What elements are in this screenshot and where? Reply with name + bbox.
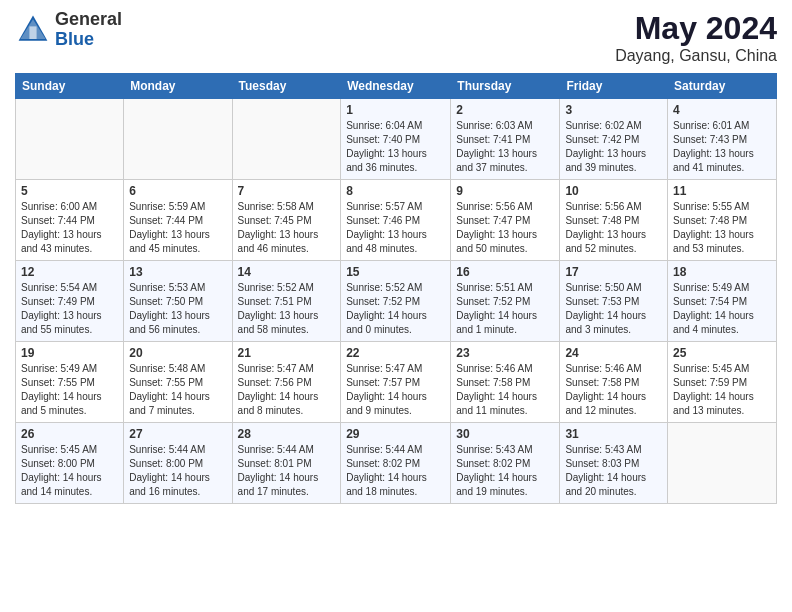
col-tuesday: Tuesday — [232, 74, 341, 99]
calendar-cell: 5Sunrise: 6:00 AM Sunset: 7:44 PM Daylig… — [16, 180, 124, 261]
calendar-cell: 17Sunrise: 5:50 AM Sunset: 7:53 PM Dayli… — [560, 261, 668, 342]
day-number: 23 — [456, 346, 554, 360]
page: General Blue May 2024 Dayang, Gansu, Chi… — [0, 0, 792, 514]
day-number: 21 — [238, 346, 336, 360]
day-number: 9 — [456, 184, 554, 198]
day-number: 29 — [346, 427, 445, 441]
week-row-1: 1Sunrise: 6:04 AM Sunset: 7:40 PM Daylig… — [16, 99, 777, 180]
cell-info: Sunrise: 5:46 AM Sunset: 7:58 PM Dayligh… — [565, 362, 662, 418]
day-number: 20 — [129, 346, 226, 360]
cell-info: Sunrise: 5:44 AM Sunset: 8:01 PM Dayligh… — [238, 443, 336, 499]
cell-info: Sunrise: 5:47 AM Sunset: 7:57 PM Dayligh… — [346, 362, 445, 418]
day-number: 5 — [21, 184, 118, 198]
calendar-cell: 9Sunrise: 5:56 AM Sunset: 7:47 PM Daylig… — [451, 180, 560, 261]
day-number: 7 — [238, 184, 336, 198]
day-number: 2 — [456, 103, 554, 117]
day-number: 22 — [346, 346, 445, 360]
day-number: 15 — [346, 265, 445, 279]
calendar-cell: 13Sunrise: 5:53 AM Sunset: 7:50 PM Dayli… — [124, 261, 232, 342]
calendar-cell: 18Sunrise: 5:49 AM Sunset: 7:54 PM Dayli… — [668, 261, 777, 342]
calendar-header-row: Sunday Monday Tuesday Wednesday Thursday… — [16, 74, 777, 99]
calendar-cell: 7Sunrise: 5:58 AM Sunset: 7:45 PM Daylig… — [232, 180, 341, 261]
day-number: 12 — [21, 265, 118, 279]
calendar-cell — [16, 99, 124, 180]
calendar-cell: 29Sunrise: 5:44 AM Sunset: 8:02 PM Dayli… — [341, 423, 451, 504]
calendar-cell: 27Sunrise: 5:44 AM Sunset: 8:00 PM Dayli… — [124, 423, 232, 504]
col-sunday: Sunday — [16, 74, 124, 99]
logo-icon — [15, 12, 51, 48]
week-row-3: 12Sunrise: 5:54 AM Sunset: 7:49 PM Dayli… — [16, 261, 777, 342]
day-number: 14 — [238, 265, 336, 279]
calendar-cell: 10Sunrise: 5:56 AM Sunset: 7:48 PM Dayli… — [560, 180, 668, 261]
calendar-cell: 28Sunrise: 5:44 AM Sunset: 8:01 PM Dayli… — [232, 423, 341, 504]
day-number: 28 — [238, 427, 336, 441]
cell-info: Sunrise: 5:53 AM Sunset: 7:50 PM Dayligh… — [129, 281, 226, 337]
week-row-5: 26Sunrise: 5:45 AM Sunset: 8:00 PM Dayli… — [16, 423, 777, 504]
calendar-cell: 22Sunrise: 5:47 AM Sunset: 7:57 PM Dayli… — [341, 342, 451, 423]
day-number: 4 — [673, 103, 771, 117]
logo-text: General Blue — [55, 10, 122, 50]
col-wednesday: Wednesday — [341, 74, 451, 99]
cell-info: Sunrise: 5:58 AM Sunset: 7:45 PM Dayligh… — [238, 200, 336, 256]
cell-info: Sunrise: 5:44 AM Sunset: 8:00 PM Dayligh… — [129, 443, 226, 499]
day-number: 3 — [565, 103, 662, 117]
day-number: 1 — [346, 103, 445, 117]
week-row-2: 5Sunrise: 6:00 AM Sunset: 7:44 PM Daylig… — [16, 180, 777, 261]
cell-info: Sunrise: 5:44 AM Sunset: 8:02 PM Dayligh… — [346, 443, 445, 499]
cell-info: Sunrise: 5:56 AM Sunset: 7:47 PM Dayligh… — [456, 200, 554, 256]
calendar-cell: 1Sunrise: 6:04 AM Sunset: 7:40 PM Daylig… — [341, 99, 451, 180]
calendar-title: May 2024 — [615, 10, 777, 47]
calendar-cell: 26Sunrise: 5:45 AM Sunset: 8:00 PM Dayli… — [16, 423, 124, 504]
col-thursday: Thursday — [451, 74, 560, 99]
cell-info: Sunrise: 6:00 AM Sunset: 7:44 PM Dayligh… — [21, 200, 118, 256]
calendar-cell: 15Sunrise: 5:52 AM Sunset: 7:52 PM Dayli… — [341, 261, 451, 342]
calendar-cell: 31Sunrise: 5:43 AM Sunset: 8:03 PM Dayli… — [560, 423, 668, 504]
day-number: 11 — [673, 184, 771, 198]
cell-info: Sunrise: 5:52 AM Sunset: 7:52 PM Dayligh… — [346, 281, 445, 337]
cell-info: Sunrise: 6:03 AM Sunset: 7:41 PM Dayligh… — [456, 119, 554, 175]
day-number: 24 — [565, 346, 662, 360]
cell-info: Sunrise: 5:48 AM Sunset: 7:55 PM Dayligh… — [129, 362, 226, 418]
cell-info: Sunrise: 6:02 AM Sunset: 7:42 PM Dayligh… — [565, 119, 662, 175]
calendar-cell — [232, 99, 341, 180]
calendar-cell: 24Sunrise: 5:46 AM Sunset: 7:58 PM Dayli… — [560, 342, 668, 423]
header: General Blue May 2024 Dayang, Gansu, Chi… — [15, 10, 777, 65]
calendar-table: Sunday Monday Tuesday Wednesday Thursday… — [15, 73, 777, 504]
cell-info: Sunrise: 5:45 AM Sunset: 7:59 PM Dayligh… — [673, 362, 771, 418]
calendar-cell: 14Sunrise: 5:52 AM Sunset: 7:51 PM Dayli… — [232, 261, 341, 342]
cell-info: Sunrise: 6:04 AM Sunset: 7:40 PM Dayligh… — [346, 119, 445, 175]
logo-general-text: General — [55, 10, 122, 30]
logo: General Blue — [15, 10, 122, 50]
day-number: 26 — [21, 427, 118, 441]
day-number: 25 — [673, 346, 771, 360]
col-friday: Friday — [560, 74, 668, 99]
calendar-cell: 19Sunrise: 5:49 AM Sunset: 7:55 PM Dayli… — [16, 342, 124, 423]
calendar-cell: 12Sunrise: 5:54 AM Sunset: 7:49 PM Dayli… — [16, 261, 124, 342]
day-number: 16 — [456, 265, 554, 279]
col-saturday: Saturday — [668, 74, 777, 99]
calendar-cell: 2Sunrise: 6:03 AM Sunset: 7:41 PM Daylig… — [451, 99, 560, 180]
calendar-cell: 4Sunrise: 6:01 AM Sunset: 7:43 PM Daylig… — [668, 99, 777, 180]
cell-info: Sunrise: 5:52 AM Sunset: 7:51 PM Dayligh… — [238, 281, 336, 337]
cell-info: Sunrise: 5:49 AM Sunset: 7:54 PM Dayligh… — [673, 281, 771, 337]
calendar-cell — [668, 423, 777, 504]
calendar-cell: 16Sunrise: 5:51 AM Sunset: 7:52 PM Dayli… — [451, 261, 560, 342]
day-number: 27 — [129, 427, 226, 441]
cell-info: Sunrise: 5:57 AM Sunset: 7:46 PM Dayligh… — [346, 200, 445, 256]
cell-info: Sunrise: 5:59 AM Sunset: 7:44 PM Dayligh… — [129, 200, 226, 256]
day-number: 8 — [346, 184, 445, 198]
cell-info: Sunrise: 5:50 AM Sunset: 7:53 PM Dayligh… — [565, 281, 662, 337]
calendar-cell: 21Sunrise: 5:47 AM Sunset: 7:56 PM Dayli… — [232, 342, 341, 423]
day-number: 19 — [21, 346, 118, 360]
calendar-cell: 30Sunrise: 5:43 AM Sunset: 8:02 PM Dayli… — [451, 423, 560, 504]
cell-info: Sunrise: 5:51 AM Sunset: 7:52 PM Dayligh… — [456, 281, 554, 337]
calendar-cell: 23Sunrise: 5:46 AM Sunset: 7:58 PM Dayli… — [451, 342, 560, 423]
logo-blue-text: Blue — [55, 30, 122, 50]
calendar-cell: 3Sunrise: 6:02 AM Sunset: 7:42 PM Daylig… — [560, 99, 668, 180]
cell-info: Sunrise: 5:49 AM Sunset: 7:55 PM Dayligh… — [21, 362, 118, 418]
calendar-cell: 8Sunrise: 5:57 AM Sunset: 7:46 PM Daylig… — [341, 180, 451, 261]
cell-info: Sunrise: 5:45 AM Sunset: 8:00 PM Dayligh… — [21, 443, 118, 499]
calendar-cell: 25Sunrise: 5:45 AM Sunset: 7:59 PM Dayli… — [668, 342, 777, 423]
calendar-cell — [124, 99, 232, 180]
cell-info: Sunrise: 5:46 AM Sunset: 7:58 PM Dayligh… — [456, 362, 554, 418]
